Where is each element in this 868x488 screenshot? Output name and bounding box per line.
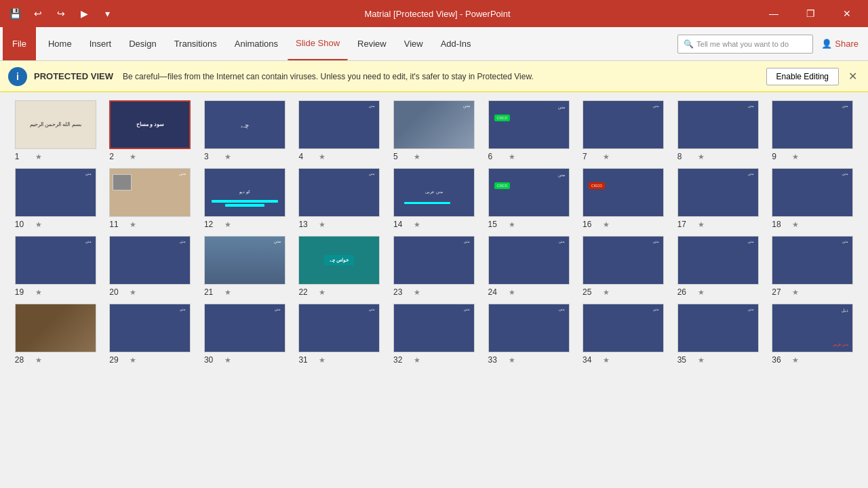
slide-thumbnail-7: متن xyxy=(583,100,664,149)
slide-item-22[interactable]: خواص چے22★ xyxy=(295,236,384,297)
slide-star-9[interactable]: ★ xyxy=(792,152,799,161)
slide-star-21[interactable]: ★ xyxy=(224,288,231,297)
slide-star-25[interactable]: ★ xyxy=(603,288,610,297)
slide-item-24[interactable]: متن24★ xyxy=(484,236,574,297)
slide-star-3[interactable]: ★ xyxy=(224,152,231,161)
slide-item-33[interactable]: متن33★ xyxy=(484,304,574,365)
slide-item-25[interactable]: متن25★ xyxy=(578,236,668,297)
slide-item-1[interactable]: بسم الله الرحمن الرحيم1★ xyxy=(11,100,100,161)
tab-slideshow[interactable]: Slide Show xyxy=(288,27,348,60)
slide-item-18[interactable]: متن18★ xyxy=(768,168,857,229)
redo-button[interactable]: ↪ xyxy=(52,4,71,23)
slide-star-6[interactable]: ★ xyxy=(509,152,515,161)
slide-item-34[interactable]: متن34★ xyxy=(578,304,668,365)
slide-star-5[interactable]: ★ xyxy=(414,152,420,161)
slide-item-26[interactable]: متن26★ xyxy=(673,236,763,297)
present-button[interactable]: ▶ xyxy=(75,4,94,23)
slide-star-18[interactable]: ★ xyxy=(792,220,799,229)
slide-item-35[interactable]: متن35★ xyxy=(673,304,763,365)
tab-review[interactable]: Review xyxy=(349,27,395,60)
slide-star-36[interactable]: ★ xyxy=(792,356,799,365)
slide-star-19[interactable]: ★ xyxy=(35,288,42,297)
slide-item-28[interactable]: 28★ xyxy=(11,304,100,365)
slide-item-10[interactable]: متن10★ xyxy=(11,168,100,229)
qat-dropdown[interactable]: ▾ xyxy=(98,4,117,23)
slide-star-33[interactable]: ★ xyxy=(509,356,515,365)
slide-star-35[interactable]: ★ xyxy=(698,356,705,365)
slide-item-11[interactable]: متن11★ xyxy=(106,168,195,229)
restore-button[interactable]: ❐ xyxy=(795,3,826,24)
protected-view-bar: i PROTECTED VIEW Be careful—files from t… xyxy=(0,61,868,92)
slide-thumbnail-5: متن xyxy=(393,100,475,149)
slide-star-28[interactable]: ★ xyxy=(35,356,42,365)
slide-item-4[interactable]: متن4★ xyxy=(295,100,384,161)
slide-star-16[interactable]: ★ xyxy=(603,220,610,229)
slide-star-31[interactable]: ★ xyxy=(319,356,326,365)
tab-design[interactable]: Design xyxy=(121,27,164,60)
save-button[interactable]: 💾 xyxy=(5,4,24,23)
slide-item-9[interactable]: متن9★ xyxy=(768,100,857,161)
slide-star-14[interactable]: ★ xyxy=(414,220,420,229)
slide-item-7[interactable]: متن7★ xyxy=(578,100,668,161)
slide-item-2[interactable]: سود و مساح2★ xyxy=(106,100,195,161)
slide-item-15[interactable]: CISCOمتن15★ xyxy=(484,168,574,229)
slide-item-31[interactable]: متن31★ xyxy=(295,304,384,365)
undo-button[interactable]: ↩ xyxy=(28,4,47,23)
close-bar-button[interactable]: ✕ xyxy=(846,67,860,85)
slide-item-27[interactable]: متن27★ xyxy=(768,236,857,297)
slide-star-29[interactable]: ★ xyxy=(130,356,136,365)
slide-item-8[interactable]: متن8★ xyxy=(673,100,763,161)
slide-num-row-33: 33★ xyxy=(488,355,570,365)
tab-animations[interactable]: Animations xyxy=(226,27,286,60)
slide-star-22[interactable]: ★ xyxy=(319,288,326,297)
minimize-button[interactable]: — xyxy=(758,3,789,24)
share-button[interactable]: 👤 Share xyxy=(814,36,865,52)
slide-star-30[interactable]: ★ xyxy=(224,356,231,365)
tab-addins[interactable]: Add-Ins xyxy=(433,27,479,60)
close-button[interactable]: ✕ xyxy=(831,3,863,24)
slide-star-4[interactable]: ★ xyxy=(319,152,326,161)
slide-item-20[interactable]: متن20★ xyxy=(106,236,195,297)
slide-star-1[interactable]: ★ xyxy=(35,152,42,161)
slide-num-row-5: 5★ xyxy=(393,152,475,161)
slide-star-17[interactable]: ★ xyxy=(698,220,705,229)
slide-star-23[interactable]: ★ xyxy=(414,288,420,297)
slide-star-8[interactable]: ★ xyxy=(698,152,705,161)
file-tab[interactable]: File xyxy=(3,27,36,60)
slide-item-36[interactable]: متن قرمزذیل36★ xyxy=(768,304,857,365)
tab-insert[interactable]: Insert xyxy=(81,27,120,60)
slide-item-12[interactable]: کو دیو12★ xyxy=(200,168,290,229)
slide-star-34[interactable]: ★ xyxy=(603,356,610,365)
slide-star-20[interactable]: ★ xyxy=(130,288,136,297)
tab-view[interactable]: View xyxy=(396,27,431,60)
slide-star-32[interactable]: ★ xyxy=(414,356,420,365)
slide-item-17[interactable]: متن17★ xyxy=(673,168,763,229)
slide-item-6[interactable]: CISCOمتن6★ xyxy=(484,100,574,161)
tab-home[interactable]: Home xyxy=(40,27,80,60)
search-box[interactable]: 🔍 Tell me what you want to do xyxy=(677,35,813,54)
slide-item-23[interactable]: متن23★ xyxy=(389,236,479,297)
slide-star-15[interactable]: ★ xyxy=(509,220,515,229)
slide-star-26[interactable]: ★ xyxy=(698,288,705,297)
slide-item-29[interactable]: متن29★ xyxy=(106,304,195,365)
slide-star-11[interactable]: ★ xyxy=(130,220,136,229)
slide-star-24[interactable]: ★ xyxy=(509,288,515,297)
slide-number-16: 16 xyxy=(583,220,599,229)
slide-item-19[interactable]: متن19★ xyxy=(11,236,100,297)
slide-star-12[interactable]: ★ xyxy=(224,220,231,229)
slide-star-27[interactable]: ★ xyxy=(792,288,799,297)
slide-star-13[interactable]: ★ xyxy=(319,220,326,229)
slide-star-10[interactable]: ★ xyxy=(35,220,42,229)
slide-star-2[interactable]: ★ xyxy=(130,152,136,161)
slide-item-13[interactable]: متن13★ xyxy=(295,168,384,229)
slide-item-21[interactable]: متن21★ xyxy=(200,236,290,297)
slide-item-32[interactable]: متن32★ xyxy=(389,304,479,365)
enable-editing-button[interactable]: Enable Editing xyxy=(766,68,839,85)
slide-item-30[interactable]: متن30★ xyxy=(200,304,290,365)
slide-star-7[interactable]: ★ xyxy=(603,152,610,161)
tab-transitions[interactable]: Transitions xyxy=(166,27,225,60)
slide-item-16[interactable]: CISCO16★ xyxy=(578,168,668,229)
slide-item-5[interactable]: متن5★ xyxy=(389,100,479,161)
slide-item-3[interactable]: چے3★ xyxy=(200,100,290,161)
slide-item-14[interactable]: متن عربی14★ xyxy=(389,168,479,229)
